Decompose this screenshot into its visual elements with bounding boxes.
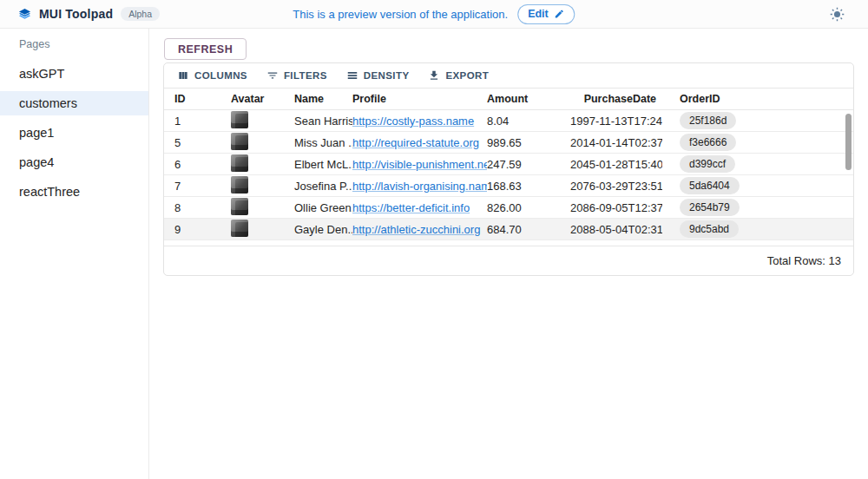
profile-link[interactable]: https://better-deficit.info <box>352 201 470 214</box>
cell-profile: https://costly-pass.name <box>352 115 487 128</box>
sidebar-item-customers[interactable]: customers <box>0 91 148 115</box>
filter-icon <box>266 69 279 82</box>
columns-button[interactable]: COLUMNS <box>171 67 253 84</box>
cell-amount: 168.63 <box>487 180 570 193</box>
cell-id: 5 <box>164 136 231 149</box>
app-title: MUI Toolpad <box>39 7 113 21</box>
order-chip[interactable]: 25f186d <box>680 112 736 129</box>
data-grid: COLUMNS FILTERS DENSITY <box>163 62 854 276</box>
cell-amount: 247.59 <box>487 158 570 171</box>
profile-link[interactable]: http://required-statute.org <box>352 136 479 149</box>
cell-profile: http://athletic-zucchini.org <box>352 223 487 236</box>
cell-avatar <box>231 133 294 153</box>
edit-button[interactable]: Edit <box>517 4 575 24</box>
order-chip[interactable]: d399ccf <box>680 155 735 173</box>
density-icon <box>346 69 358 82</box>
sidebar-item-page4[interactable]: page4 <box>0 150 148 174</box>
cell-profile: https://better-deficit.info <box>352 201 487 214</box>
profile-link[interactable]: http://visible-punishment.net <box>352 158 487 171</box>
grid-scroller: 1 Sean Harris https://costly-pass.name 8… <box>164 110 853 246</box>
cell-amount: 989.65 <box>487 136 570 149</box>
total-rows-label: Total Rows: 13 <box>767 254 841 267</box>
cell-amount: 8.04 <box>487 115 570 128</box>
refresh-button[interactable]: REFRESH <box>164 38 247 60</box>
column-header-id[interactable]: ID <box>164 93 231 105</box>
cell-purchasedate: 2088-05-04T02:31:03.294Z <box>570 223 662 236</box>
cell-orderid: 9dc5abd <box>662 220 853 238</box>
cell-amount: 684.70 <box>487 223 570 236</box>
table-row[interactable]: 9 Gayle Den... http://athletic-zucchini.… <box>164 219 853 240</box>
cell-orderid: 25f186d <box>662 112 853 129</box>
cell-name: Elbert McL... <box>294 158 352 171</box>
profile-link[interactable]: http://athletic-zucchini.org <box>352 223 480 236</box>
avatar <box>231 176 248 194</box>
cell-id: 6 <box>164 158 231 171</box>
cell-name: Miss Juan ... <box>294 136 352 149</box>
grid-toolbar: COLUMNS FILTERS DENSITY <box>164 63 853 88</box>
column-header-purchasedate[interactable]: PurchaseDate <box>570 93 662 105</box>
cell-id: 8 <box>164 201 231 214</box>
sidebar-item-page1[interactable]: page1 <box>0 121 148 145</box>
profile-link[interactable]: http://lavish-organising.name <box>352 180 487 193</box>
cell-orderid: 2654b79 <box>662 199 853 216</box>
column-header-orderid[interactable]: OrderID <box>662 93 853 105</box>
order-chip[interactable]: 2654b79 <box>680 199 740 216</box>
column-header-name[interactable]: Name <box>294 93 352 105</box>
cell-profile: http://lavish-organising.name <box>352 180 487 193</box>
sidebar-item-askgpt[interactable]: askGPT <box>0 62 148 86</box>
cell-orderid: f3e6666 <box>662 134 853 151</box>
alpha-badge: Alpha <box>121 7 160 21</box>
cell-avatar <box>231 220 294 240</box>
cell-name: Ollie Green... <box>294 201 352 214</box>
table-row[interactable]: 1 Sean Harris https://costly-pass.name 8… <box>164 110 853 132</box>
density-button[interactable]: DENSITY <box>340 67 416 84</box>
cell-name: Josefina P... <box>294 180 352 193</box>
avatar <box>231 111 248 128</box>
cell-avatar <box>231 154 294 174</box>
order-chip[interactable]: 9dc5abd <box>680 220 739 238</box>
filters-button-label: FILTERS <box>284 70 327 81</box>
filters-button[interactable]: FILTERS <box>260 67 333 84</box>
cell-avatar <box>231 176 294 196</box>
vertical-scrollbar-thumb[interactable] <box>845 114 852 170</box>
grid-footer: Total Rows: 13 <box>164 246 853 275</box>
column-header-amount[interactable]: Amount <box>487 93 570 105</box>
cell-purchasedate: 2086-09-05T12:37:27.015Z <box>570 201 662 214</box>
profile-link[interactable]: https://costly-pass.name <box>352 115 474 128</box>
preview-text: This is a preview version of the applica… <box>293 8 508 21</box>
table-row[interactable]: 8 Ollie Green... https://better-deficit.… <box>164 197 853 219</box>
order-chip[interactable]: f3e6666 <box>680 134 736 151</box>
cell-id: 7 <box>164 180 231 193</box>
cell-orderid: 5da6404 <box>662 177 853 194</box>
table-row[interactable]: 6 Elbert McL... http://visible-punishmen… <box>164 154 853 175</box>
app-window: MUI Toolpad Alpha This is a preview vers… <box>0 0 868 479</box>
app-bar: MUI Toolpad Alpha This is a preview vers… <box>0 0 868 29</box>
sidebar: Pages askGPT customers page1 page4 react… <box>0 29 149 479</box>
edit-button-label: Edit <box>528 8 549 20</box>
theme-toggle-sun-icon[interactable] <box>830 7 845 22</box>
order-chip[interactable]: 5da6404 <box>680 177 740 194</box>
main-content: REFRESH COLUMNS FILTERS <box>150 29 868 479</box>
cell-id: 9 <box>164 223 231 236</box>
table-row[interactable]: 7 Josefina P... http://lavish-organising… <box>164 175 853 197</box>
cell-amount: 826.00 <box>487 201 570 214</box>
column-header-avatar[interactable]: Avatar <box>231 93 294 105</box>
cell-purchasedate: 2014-01-14T02:37:28.536Z <box>570 136 662 149</box>
toolpad-logo-icon <box>18 8 31 21</box>
export-button[interactable]: EXPORT <box>422 67 495 84</box>
sidebar-section-label: Pages <box>0 29 148 62</box>
cell-purchasedate: 2076-03-29T23:51:07.968Z <box>570 180 662 193</box>
export-button-label: EXPORT <box>445 70 489 81</box>
cell-avatar <box>231 111 294 131</box>
avatar <box>231 220 248 237</box>
density-button-label: DENSITY <box>364 70 410 81</box>
column-header-profile[interactable]: Profile <box>352 93 487 105</box>
table-row[interactable]: 5 Miss Juan ... http://required-statute.… <box>164 132 853 154</box>
pencil-icon <box>555 9 565 19</box>
cell-id: 1 <box>164 115 231 128</box>
sidebar-item-reactthree[interactable]: reactThree <box>0 180 148 204</box>
cell-name: Sean Harris <box>294 115 352 128</box>
cell-profile: http://required-statute.org <box>352 136 487 149</box>
columns-icon <box>177 69 189 82</box>
cell-purchasedate: 2045-01-28T15:40:06.325Z <box>570 158 662 171</box>
